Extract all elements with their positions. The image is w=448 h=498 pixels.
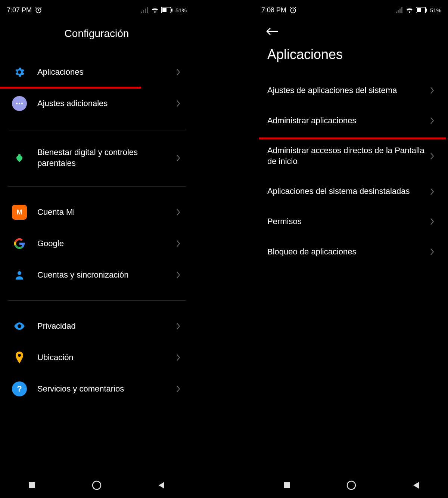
wifi-icon (151, 7, 159, 13)
svg-point-14 (18, 354, 21, 356)
svg-rect-6 (162, 8, 167, 12)
settings-item-label: Cuentas y sincronización (37, 270, 172, 281)
alarm-icon (289, 6, 297, 14)
battery-text: 51% (175, 7, 187, 13)
status-time: 7:08 PM (261, 6, 286, 14)
page-title: Aplicaciones (255, 37, 448, 75)
chevron-right-icon (429, 247, 435, 256)
settings-item-google[interactable]: Google (7, 228, 186, 259)
apps-item-bloqueo[interactable]: Bloqueo de aplicaciones (261, 237, 442, 267)
chevron-right-icon (175, 353, 181, 362)
signal-icon (396, 7, 403, 13)
chevron-right-icon (175, 208, 181, 217)
signal-icon (141, 7, 149, 13)
nav-back-button[interactable] (156, 480, 167, 491)
svg-point-9 (19, 103, 20, 104)
nav-back-button[interactable] (411, 480, 421, 491)
divider (7, 300, 186, 301)
svg-rect-21 (401, 7, 402, 13)
list-item-label: Administrar accesos directos de la Panta… (267, 145, 426, 167)
dots-icon (12, 96, 27, 111)
settings-item-bienestar[interactable]: Bienestar digital y controles parentales (7, 139, 186, 177)
settings-item-label: Ubicación (37, 352, 172, 363)
wifi-icon (405, 7, 414, 13)
pin-icon (12, 350, 27, 365)
svg-rect-7 (171, 9, 172, 12)
chevron-right-icon (429, 217, 435, 226)
svg-point-16 (93, 481, 101, 489)
heart-icon (12, 151, 27, 166)
help-icon: ? (12, 381, 27, 396)
chevron-right-icon (429, 86, 435, 95)
apps-item-sistema-desinstaladas[interactable]: Aplicaciones del sistema desinstaladas (261, 176, 442, 207)
svg-rect-25 (284, 482, 290, 488)
svg-rect-3 (145, 9, 146, 13)
settings-item-aplicaciones[interactable]: Aplicaciones (7, 56, 186, 88)
svg-rect-4 (147, 7, 148, 13)
nav-recent-button[interactable] (27, 480, 37, 491)
settings-item-privacidad[interactable]: Privacidad (7, 310, 186, 342)
list-item-label: Administrar aplicaciones (267, 115, 426, 126)
apps-item-ajustes-sistema[interactable]: Ajustes de aplicaciones del sistema (261, 75, 442, 106)
screen-settings: 7:07 PM 51% Configuración Aplicaciones (0, 0, 193, 498)
svg-rect-23 (417, 8, 421, 12)
settings-item-ajustes-adicionales[interactable]: Ajustes adicionales (7, 88, 186, 119)
chevron-right-icon (429, 152, 435, 161)
person-icon (12, 267, 27, 282)
chevron-right-icon (175, 154, 181, 163)
chevron-right-icon (175, 270, 181, 279)
status-bar: 7:07 PM 51% (0, 0, 193, 16)
chevron-right-icon (175, 68, 181, 77)
status-time: 7:07 PM (7, 6, 32, 14)
chevron-right-icon (175, 384, 181, 393)
settings-item-label: Bienestar digital y controles parentales (37, 147, 172, 168)
svg-point-13 (19, 325, 21, 327)
svg-rect-2 (143, 10, 144, 13)
settings-item-label: Ajustes adicionales (37, 98, 172, 109)
mi-icon: M (12, 205, 27, 220)
settings-item-cuenta-mi[interactable]: M Cuenta Mi (7, 197, 186, 228)
apps-item-permisos[interactable]: Permisos (261, 207, 442, 237)
nav-home-button[interactable] (346, 480, 357, 491)
nav-home-button[interactable] (91, 480, 102, 491)
navigation-bar (0, 476, 193, 494)
chevron-right-icon (175, 239, 181, 248)
battery-icon (416, 7, 427, 13)
divider (7, 129, 186, 129)
svg-point-26 (347, 481, 355, 489)
svg-rect-19 (398, 10, 399, 13)
gear-icon (12, 65, 27, 80)
chevron-right-icon (429, 187, 435, 196)
svg-point-12 (18, 271, 21, 275)
screen-aplicaciones: 7:08 PM 51% Aplicaciones Ajustes de apli… (255, 0, 448, 498)
chevron-right-icon (175, 99, 181, 108)
chevron-right-icon (175, 322, 181, 331)
back-button[interactable] (266, 27, 281, 37)
list-item-label: Ajustes de aplicaciones del sistema (267, 85, 426, 96)
divider (7, 186, 186, 187)
settings-item-cuentas-sincronizacion[interactable]: Cuentas y sincronización (7, 259, 186, 291)
settings-item-label: Google (37, 238, 172, 249)
settings-item-ubicacion[interactable]: Ubicación (7, 342, 186, 373)
svg-rect-1 (141, 12, 142, 13)
status-bar: 7:08 PM 51% (255, 0, 448, 16)
settings-item-servicios[interactable]: ? Servicios y comentarios (7, 373, 186, 405)
svg-rect-20 (399, 9, 401, 13)
alarm-icon (35, 6, 42, 14)
svg-rect-18 (396, 12, 397, 13)
battery-icon (161, 7, 172, 13)
google-icon (12, 236, 27, 251)
chevron-right-icon (429, 116, 435, 125)
page-title: Configuración (0, 28, 193, 40)
nav-recent-button[interactable] (281, 480, 292, 491)
svg-point-10 (21, 103, 23, 104)
apps-item-administrar-aplicaciones[interactable]: Administrar aplicaciones (261, 106, 442, 136)
apps-item-accesos-directos[interactable]: Administrar accesos directos de la Panta… (261, 136, 442, 176)
svg-rect-15 (29, 482, 35, 488)
list-item-label: Aplicaciones del sistema desinstaladas (267, 186, 426, 197)
svg-rect-24 (426, 9, 427, 12)
settings-item-label: Servicios y comentarios (37, 384, 172, 395)
settings-item-label: Cuenta Mi (37, 207, 172, 218)
navigation-bar (255, 476, 448, 494)
eye-icon (12, 319, 27, 334)
